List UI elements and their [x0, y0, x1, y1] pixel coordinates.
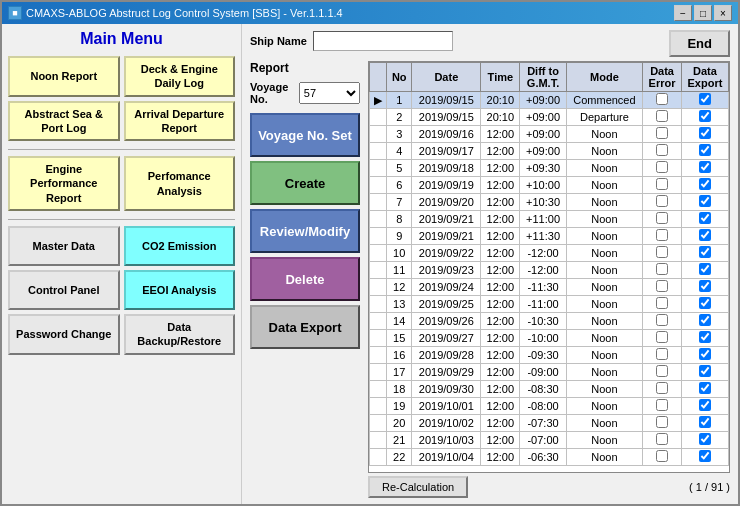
co2-emission-button[interactable]: CO2 Emission	[124, 226, 236, 266]
export-checkbox[interactable]	[699, 195, 711, 207]
export-checkbox[interactable]	[699, 433, 711, 445]
maximize-button[interactable]: □	[694, 5, 712, 21]
row-error[interactable]	[643, 415, 682, 432]
export-checkbox[interactable]	[699, 178, 711, 190]
table-row[interactable]: 132019/09/2512:00-11:00Noon	[370, 296, 729, 313]
error-checkbox[interactable]	[656, 382, 668, 394]
row-error[interactable]	[643, 143, 682, 160]
error-checkbox[interactable]	[656, 161, 668, 173]
export-checkbox[interactable]	[699, 399, 711, 411]
export-checkbox[interactable]	[699, 450, 711, 462]
table-row[interactable]: 182019/09/3012:00-08:30Noon	[370, 381, 729, 398]
row-export[interactable]	[681, 398, 728, 415]
row-export[interactable]	[681, 177, 728, 194]
ship-name-input[interactable]	[313, 31, 453, 51]
row-error[interactable]	[643, 126, 682, 143]
error-checkbox[interactable]	[656, 93, 668, 105]
master-data-button[interactable]: Master Data	[8, 226, 120, 266]
table-row[interactable]: 82019/09/2112:00+11:00Noon	[370, 211, 729, 228]
row-export[interactable]	[681, 211, 728, 228]
error-checkbox[interactable]	[656, 178, 668, 190]
export-checkbox[interactable]	[699, 297, 711, 309]
row-export[interactable]	[681, 364, 728, 381]
export-checkbox[interactable]	[699, 212, 711, 224]
row-export[interactable]	[681, 432, 728, 449]
export-checkbox[interactable]	[699, 263, 711, 275]
row-export[interactable]	[681, 347, 728, 364]
error-checkbox[interactable]	[656, 450, 668, 462]
export-checkbox[interactable]	[699, 382, 711, 394]
data-export-button[interactable]: Data Export	[250, 305, 360, 349]
export-checkbox[interactable]	[699, 365, 711, 377]
row-export[interactable]	[681, 381, 728, 398]
table-row[interactable]: 192019/10/0112:00-08:00Noon	[370, 398, 729, 415]
control-panel-button[interactable]: Control Panel	[8, 270, 120, 310]
row-error[interactable]	[643, 160, 682, 177]
password-change-button[interactable]: Password Change	[8, 314, 120, 355]
error-checkbox[interactable]	[656, 297, 668, 309]
row-error[interactable]	[643, 262, 682, 279]
table-row[interactable]: 142019/09/2612:00-10:30Noon	[370, 313, 729, 330]
error-checkbox[interactable]	[656, 331, 668, 343]
row-error[interactable]	[643, 109, 682, 126]
row-export[interactable]	[681, 92, 728, 109]
error-checkbox[interactable]	[656, 127, 668, 139]
row-error[interactable]	[643, 364, 682, 381]
table-row[interactable]: 162019/09/2812:00-09:30Noon	[370, 347, 729, 364]
row-error[interactable]	[643, 228, 682, 245]
row-error[interactable]	[643, 296, 682, 313]
error-checkbox[interactable]	[656, 348, 668, 360]
error-checkbox[interactable]	[656, 365, 668, 377]
row-error[interactable]	[643, 449, 682, 466]
row-export[interactable]	[681, 262, 728, 279]
error-checkbox[interactable]	[656, 110, 668, 122]
export-checkbox[interactable]	[699, 280, 711, 292]
row-export[interactable]	[681, 160, 728, 177]
row-export[interactable]	[681, 449, 728, 466]
error-checkbox[interactable]	[656, 229, 668, 241]
abstract-sea-port-button[interactable]: Abstract Sea & Port Log	[8, 101, 120, 142]
row-error[interactable]	[643, 92, 682, 109]
row-export[interactable]	[681, 279, 728, 296]
table-row[interactable]: 32019/09/1612:00+09:00Noon	[370, 126, 729, 143]
row-export[interactable]	[681, 126, 728, 143]
review-modify-button[interactable]: Review/Modify	[250, 209, 360, 253]
recalculation-button[interactable]: Re-Calculation	[368, 476, 468, 498]
row-export[interactable]	[681, 313, 728, 330]
table-row[interactable]: 22019/09/1520:10+09:00Departure	[370, 109, 729, 126]
minimize-button[interactable]: −	[674, 5, 692, 21]
row-export[interactable]	[681, 245, 728, 262]
table-row[interactable]: 72019/09/2012:00+10:30Noon	[370, 194, 729, 211]
row-export[interactable]	[681, 415, 728, 432]
export-checkbox[interactable]	[699, 161, 711, 173]
export-checkbox[interactable]	[699, 127, 711, 139]
table-row[interactable]: 112019/09/2312:00-12:00Noon	[370, 262, 729, 279]
end-button[interactable]: End	[669, 30, 730, 57]
table-row[interactable]: 172019/09/2912:00-09:00Noon	[370, 364, 729, 381]
export-checkbox[interactable]	[699, 110, 711, 122]
row-error[interactable]	[643, 398, 682, 415]
noon-report-button[interactable]: Noon Report	[8, 56, 120, 97]
table-row[interactable]: 152019/09/2712:00-10:00Noon	[370, 330, 729, 347]
error-checkbox[interactable]	[656, 212, 668, 224]
error-checkbox[interactable]	[656, 195, 668, 207]
arrival-departure-button[interactable]: Arrival Departure Report	[124, 101, 236, 142]
table-row[interactable]: 42019/09/1712:00+09:00Noon	[370, 143, 729, 160]
close-button[interactable]: ×	[714, 5, 732, 21]
export-checkbox[interactable]	[699, 348, 711, 360]
table-row[interactable]: 102019/09/2212:00-12:00Noon	[370, 245, 729, 262]
table-row[interactable]: 202019/10/0212:00-07:30Noon	[370, 415, 729, 432]
export-checkbox[interactable]	[699, 246, 711, 258]
row-error[interactable]	[643, 313, 682, 330]
table-container[interactable]: No Date Time Diff toG.M.T. Mode DataErro…	[368, 61, 730, 473]
error-checkbox[interactable]	[656, 246, 668, 258]
row-error[interactable]	[643, 330, 682, 347]
row-error[interactable]	[643, 432, 682, 449]
error-checkbox[interactable]	[656, 433, 668, 445]
table-row[interactable]: ▶12019/09/1520:10+09:00Commenced	[370, 92, 729, 109]
table-row[interactable]: 122019/09/2412:00-11:30Noon	[370, 279, 729, 296]
table-row[interactable]: 52019/09/1812:00+09:30Noon	[370, 160, 729, 177]
delete-button[interactable]: Delete	[250, 257, 360, 301]
voyage-no-set-button[interactable]: Voyage No. Set	[250, 113, 360, 157]
engine-performance-button[interactable]: Engine Performance Report	[8, 156, 120, 211]
